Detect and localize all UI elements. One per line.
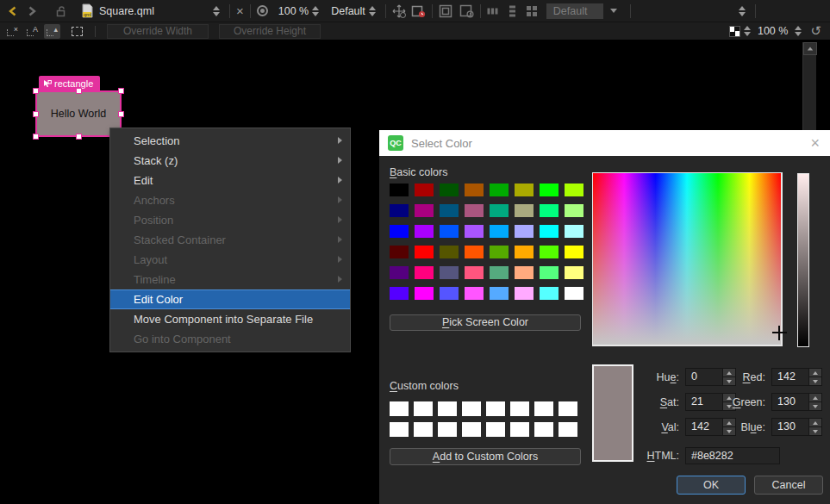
color-swatch[interactable] [515, 225, 534, 238]
color-swatch[interactable] [534, 401, 553, 416]
color-swatch[interactable] [390, 401, 409, 416]
red-up-button[interactable] [809, 369, 821, 377]
color-swatch[interactable] [415, 287, 434, 300]
forward-icon[interactable] [26, 5, 38, 17]
resize-handle-nw[interactable] [33, 88, 39, 94]
dialog-titlebar[interactable]: QC Select Color × [379, 130, 830, 156]
menu-item[interactable]: Layout [110, 250, 350, 270]
color-swatch[interactable] [462, 422, 481, 437]
zoom-level[interactable]: 100 % [278, 5, 309, 17]
menu-item[interactable]: Move Component into Separate File [110, 309, 350, 329]
color-swatch[interactable] [534, 422, 553, 437]
cancel-button[interactable]: Cancel [754, 476, 823, 495]
color-swatch[interactable] [490, 246, 509, 258]
color-swatch[interactable] [440, 266, 459, 279]
color-swatch[interactable] [540, 184, 559, 196]
color-swatch[interactable] [540, 204, 559, 217]
color-swatch[interactable] [440, 287, 459, 300]
color-swatch[interactable] [465, 287, 484, 300]
column-layout-icon[interactable] [509, 5, 517, 17]
hello-world-rectangle[interactable]: Hello World [36, 91, 121, 136]
resize-handle-w[interactable] [33, 111, 39, 117]
color-swatch[interactable] [440, 246, 459, 258]
green-down-button[interactable] [809, 402, 821, 410]
background-spinner[interactable] [740, 26, 754, 36]
color-swatch[interactable] [465, 204, 484, 217]
color-swatch[interactable] [515, 204, 534, 217]
color-swatch[interactable] [515, 184, 534, 196]
color-swatch[interactable] [414, 401, 433, 416]
resize-handle-s[interactable] [76, 134, 82, 140]
zoom-spinner[interactable] [309, 6, 322, 16]
workspace-spinner[interactable] [735, 6, 749, 16]
show-bounds-icon[interactable] [69, 24, 85, 39]
color-swatch[interactable] [540, 225, 559, 238]
color-swatch[interactable] [415, 246, 434, 258]
snapping-anchors-icon[interactable]: A [24, 24, 41, 39]
reset-zoom-icon[interactable]: ↺ [810, 23, 821, 39]
bounds-icon[interactable] [439, 4, 452, 18]
color-swatch[interactable] [486, 401, 505, 416]
state-selector[interactable]: Default [331, 5, 365, 17]
color-swatch[interactable] [515, 266, 534, 279]
color-swatch[interactable] [390, 266, 409, 279]
close-document-icon[interactable]: × [236, 4, 244, 17]
no-snapping-icon[interactable]: × [4, 24, 21, 39]
color-swatch[interactable] [559, 422, 577, 437]
color-swatch[interactable] [540, 246, 559, 258]
bounds-timer-icon[interactable] [459, 4, 474, 18]
red-spinbox[interactable]: 142 [771, 368, 822, 386]
resize-handle-n[interactable] [76, 88, 82, 94]
blue-spinbox[interactable]: 130 [771, 418, 822, 436]
color-swatch[interactable] [490, 287, 509, 300]
scroll-up-button[interactable] [803, 42, 817, 55]
color-swatch[interactable] [390, 184, 409, 196]
move-tool-icon[interactable] [392, 4, 406, 18]
color-swatch[interactable] [390, 204, 409, 217]
state-spinner[interactable] [365, 6, 379, 16]
override-width-field[interactable] [107, 24, 209, 39]
selection-label[interactable]: rectangle [39, 76, 100, 91]
menu-item[interactable]: Stacked Container [110, 230, 350, 250]
color-swatch[interactable] [438, 401, 457, 416]
color-swatch[interactable] [515, 246, 534, 258]
value-slider[interactable] [797, 173, 809, 347]
add-to-custom-colors-button[interactable]: Add to Custom Colors [390, 448, 581, 465]
color-swatch[interactable] [440, 204, 459, 217]
color-swatch[interactable] [414, 422, 433, 437]
document-switch-spinner[interactable] [209, 6, 223, 16]
document-name[interactable]: Square.qml [99, 5, 209, 17]
color-swatch[interactable] [486, 422, 505, 437]
color-swatch[interactable] [415, 184, 434, 196]
snapping-icon[interactable]: ▴ [44, 24, 60, 39]
color-swatch[interactable] [465, 246, 484, 258]
color-swatch[interactable] [438, 422, 457, 437]
menu-item[interactable]: Position [110, 210, 350, 230]
menu-item[interactable]: Edit Color [110, 289, 350, 309]
color-swatch[interactable] [390, 246, 409, 258]
color-swatch[interactable] [565, 246, 583, 258]
override-height-field[interactable] [219, 24, 321, 39]
color-swatch[interactable] [515, 287, 534, 300]
color-swatch[interactable] [440, 225, 459, 238]
selected-component[interactable]: rectangle Hello World [36, 91, 121, 136]
lock-icon[interactable] [55, 5, 67, 17]
color-swatch[interactable] [565, 266, 583, 279]
color-swatch[interactable] [440, 184, 459, 196]
color-swatch[interactable] [565, 225, 583, 238]
green-up-button[interactable] [809, 394, 821, 402]
color-swatch[interactable] [565, 287, 583, 300]
color-swatch[interactable] [390, 287, 409, 300]
pick-screen-color-button[interactable]: Pick Screen Color [390, 314, 581, 331]
color-swatch[interactable] [490, 266, 509, 279]
menu-item[interactable]: Stack (z) [110, 151, 350, 171]
color-swatch[interactable] [490, 225, 509, 238]
color-swatch[interactable] [559, 401, 577, 416]
color-swatch[interactable] [465, 266, 484, 279]
canvas-background-icon[interactable] [729, 26, 740, 37]
color-swatch[interactable] [390, 225, 409, 238]
color-swatch[interactable] [540, 287, 559, 300]
color-swatch[interactable] [415, 204, 434, 217]
menu-item[interactable]: Go into Component [110, 329, 350, 349]
dialog-close-icon[interactable]: × [810, 135, 820, 151]
